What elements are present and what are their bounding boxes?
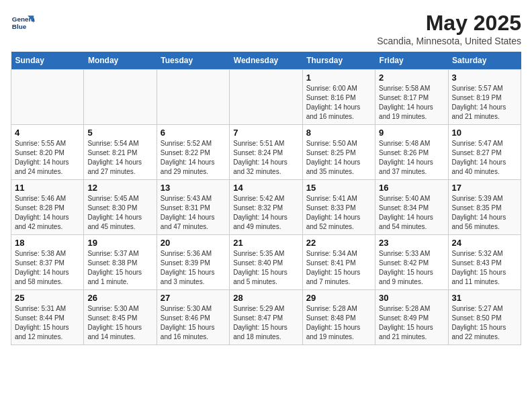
day-number: 1 [306,73,371,83]
day-detail: Sunrise: 5:51 AM Sunset: 8:24 PM Dayligh… [233,139,298,177]
day-detail: Sunrise: 6:00 AM Sunset: 8:16 PM Dayligh… [306,84,371,122]
day-detail: Sunrise: 5:33 AM Sunset: 8:42 PM Dayligh… [379,249,444,287]
day-detail: Sunrise: 5:27 AM Sunset: 8:50 PM Dayligh… [452,304,517,342]
day-of-week-header: Wednesday [230,52,302,70]
day-number: 31 [452,293,517,303]
day-detail: Sunrise: 5:42 AM Sunset: 8:32 PM Dayligh… [233,194,298,232]
day-detail: Sunrise: 5:28 AM Sunset: 8:49 PM Dayligh… [379,304,444,342]
title-area: May 2025 Scandia, Minnesota, United Stat… [377,11,521,46]
day-detail: Sunrise: 5:48 AM Sunset: 8:26 PM Dayligh… [379,139,444,177]
location: Scandia, Minnesota, United States [377,36,521,46]
calendar-day-cell: 29Sunrise: 5:28 AM Sunset: 8:48 PM Dayli… [302,290,375,345]
day-number: 10 [452,128,517,138]
day-detail: Sunrise: 5:39 AM Sunset: 8:35 PM Dayligh… [452,194,517,232]
day-number: 18 [15,238,80,248]
month-title: May 2025 [377,11,521,36]
calendar-day-cell: 3Sunrise: 5:57 AM Sunset: 8:19 PM Daylig… [448,70,521,125]
day-of-week-header: Saturday [448,52,521,70]
day-detail: Sunrise: 5:32 AM Sunset: 8:43 PM Dayligh… [452,249,517,287]
day-number: 6 [161,128,226,138]
day-detail: Sunrise: 5:30 AM Sunset: 8:45 PM Dayligh… [87,304,152,342]
day-of-week-header: Tuesday [157,52,229,70]
calendar-day-cell: 18Sunrise: 5:38 AM Sunset: 8:37 PM Dayli… [11,235,84,290]
svg-text:Blue: Blue [12,23,27,30]
logo-icon: General Blue [11,11,35,35]
day-detail: Sunrise: 5:38 AM Sunset: 8:37 PM Dayligh… [15,249,80,287]
calendar-day-cell: 8Sunrise: 5:50 AM Sunset: 8:25 PM Daylig… [302,125,375,180]
day-detail: Sunrise: 5:46 AM Sunset: 8:28 PM Dayligh… [15,194,80,232]
calendar-day-cell: 2Sunrise: 5:58 AM Sunset: 8:17 PM Daylig… [375,70,448,125]
day-detail: Sunrise: 5:40 AM Sunset: 8:34 PM Dayligh… [379,194,444,232]
day-detail: Sunrise: 5:47 AM Sunset: 8:27 PM Dayligh… [452,139,517,177]
calendar-day-cell: 14Sunrise: 5:42 AM Sunset: 8:32 PM Dayli… [230,180,302,235]
day-of-week-header: Thursday [302,52,375,70]
calendar-day-cell: 25Sunrise: 5:31 AM Sunset: 8:44 PM Dayli… [11,290,84,345]
calendar-day-cell: 27Sunrise: 5:30 AM Sunset: 8:46 PM Dayli… [157,290,229,345]
calendar-day-cell: 21Sunrise: 5:35 AM Sunset: 8:40 PM Dayli… [230,235,302,290]
day-of-week-header: Sunday [11,52,84,70]
day-detail: Sunrise: 5:30 AM Sunset: 8:46 PM Dayligh… [161,304,226,342]
calendar-day-cell: 12Sunrise: 5:45 AM Sunset: 8:30 PM Dayli… [84,180,157,235]
day-number: 3 [452,73,517,83]
day-number: 9 [379,128,444,138]
day-number: 20 [161,238,226,248]
day-number: 16 [379,183,444,193]
calendar-day-cell [157,70,229,125]
calendar-day-cell: 28Sunrise: 5:29 AM Sunset: 8:47 PM Dayli… [230,290,302,345]
day-number: 5 [87,128,152,138]
day-detail: Sunrise: 5:58 AM Sunset: 8:17 PM Dayligh… [379,84,444,122]
day-detail: Sunrise: 5:28 AM Sunset: 8:48 PM Dayligh… [306,304,371,342]
day-number: 24 [452,238,517,248]
calendar-day-cell: 7Sunrise: 5:51 AM Sunset: 8:24 PM Daylig… [230,125,302,180]
day-detail: Sunrise: 5:54 AM Sunset: 8:21 PM Dayligh… [87,139,152,177]
day-number: 7 [233,128,298,138]
calendar-day-cell: 11Sunrise: 5:46 AM Sunset: 8:28 PM Dayli… [11,180,84,235]
day-detail: Sunrise: 5:35 AM Sunset: 8:40 PM Dayligh… [233,249,298,287]
calendar-table: SundayMondayTuesdayWednesdayThursdayFrid… [11,52,521,345]
calendar-day-cell: 26Sunrise: 5:30 AM Sunset: 8:45 PM Dayli… [84,290,157,345]
calendar-week-row: 1Sunrise: 6:00 AM Sunset: 8:16 PM Daylig… [11,70,521,125]
day-detail: Sunrise: 5:45 AM Sunset: 8:30 PM Dayligh… [87,194,152,232]
day-number: 2 [379,73,444,83]
day-detail: Sunrise: 5:43 AM Sunset: 8:31 PM Dayligh… [161,194,226,232]
calendar-day-cell: 9Sunrise: 5:48 AM Sunset: 8:26 PM Daylig… [375,125,448,180]
calendar-day-cell: 30Sunrise: 5:28 AM Sunset: 8:49 PM Dayli… [375,290,448,345]
day-number: 15 [306,183,371,193]
day-number: 22 [306,238,371,248]
calendar-day-cell: 4Sunrise: 5:55 AM Sunset: 8:20 PM Daylig… [11,125,84,180]
day-number: 14 [233,183,298,193]
page-header: General Blue May 2025 Scandia, Minnesota… [11,11,521,46]
day-detail: Sunrise: 5:36 AM Sunset: 8:39 PM Dayligh… [161,249,226,287]
calendar-day-cell: 6Sunrise: 5:52 AM Sunset: 8:22 PM Daylig… [157,125,229,180]
day-number: 29 [306,293,371,303]
day-number: 30 [379,293,444,303]
day-detail: Sunrise: 5:37 AM Sunset: 8:38 PM Dayligh… [87,249,152,287]
day-number: 11 [15,183,80,193]
day-number: 8 [306,128,371,138]
day-of-week-header: Monday [84,52,157,70]
day-detail: Sunrise: 5:52 AM Sunset: 8:22 PM Dayligh… [161,139,226,177]
day-header-row: SundayMondayTuesdayWednesdayThursdayFrid… [11,52,521,70]
calendar-week-row: 4Sunrise: 5:55 AM Sunset: 8:20 PM Daylig… [11,125,521,180]
calendar-day-cell: 10Sunrise: 5:47 AM Sunset: 8:27 PM Dayli… [448,125,521,180]
calendar-day-cell: 31Sunrise: 5:27 AM Sunset: 8:50 PM Dayli… [448,290,521,345]
day-number: 21 [233,238,298,248]
calendar-day-cell: 22Sunrise: 5:34 AM Sunset: 8:41 PM Dayli… [302,235,375,290]
calendar-day-cell [84,70,157,125]
day-detail: Sunrise: 5:55 AM Sunset: 8:20 PM Dayligh… [15,139,80,177]
day-number: 13 [161,183,226,193]
calendar-day-cell: 23Sunrise: 5:33 AM Sunset: 8:42 PM Dayli… [375,235,448,290]
day-detail: Sunrise: 5:50 AM Sunset: 8:25 PM Dayligh… [306,139,371,177]
calendar-day-cell [230,70,302,125]
calendar-week-row: 25Sunrise: 5:31 AM Sunset: 8:44 PM Dayli… [11,290,521,345]
logo: General Blue [11,11,35,35]
day-number: 19 [87,238,152,248]
day-number: 27 [161,293,226,303]
day-number: 17 [452,183,517,193]
calendar-day-cell: 16Sunrise: 5:40 AM Sunset: 8:34 PM Dayli… [375,180,448,235]
calendar-day-cell: 20Sunrise: 5:36 AM Sunset: 8:39 PM Dayli… [157,235,229,290]
calendar-week-row: 11Sunrise: 5:46 AM Sunset: 8:28 PM Dayli… [11,180,521,235]
calendar-day-cell: 19Sunrise: 5:37 AM Sunset: 8:38 PM Dayli… [84,235,157,290]
calendar-day-cell [11,70,84,125]
day-detail: Sunrise: 5:34 AM Sunset: 8:41 PM Dayligh… [306,249,371,287]
